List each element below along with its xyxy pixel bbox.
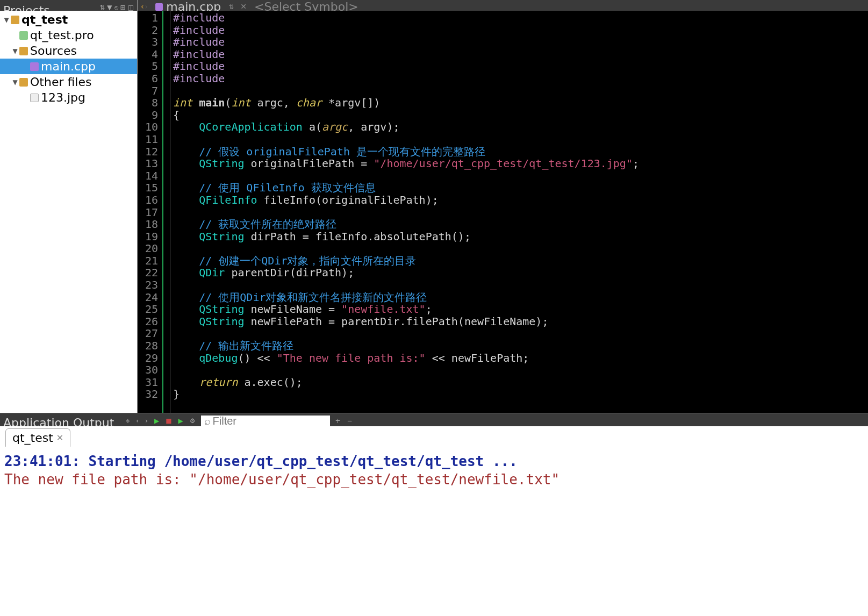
other-files-label: Other files: [30, 75, 91, 89]
nav-forward-icon[interactable]: ›: [145, 2, 148, 11]
chevron-down-icon[interactable]: ▼: [2, 16, 11, 24]
tree-other-folder[interactable]: ▼ Other files: [0, 74, 137, 90]
settings-icon[interactable]: ⚙: [189, 417, 197, 425]
cpp-file-icon: [155, 3, 163, 11]
chevron-down-icon[interactable]: ▼: [11, 47, 19, 55]
tab-dropdown-icon[interactable]: ⇅: [225, 3, 237, 11]
run-icon[interactable]: ▶: [153, 417, 160, 425]
chevron-down-icon[interactable]: ▼: [11, 78, 19, 86]
output-start-line: 23:41:01: Starting /home/user/qt_cpp_tes…: [4, 453, 518, 469]
projects-header: Projects ⇅ ▼ ⎋ ⊞ ◫: [0, 0, 137, 11]
code-editor[interactable]: 1234567891011121314151617181920212223242…: [138, 11, 868, 413]
folder-icon: [19, 47, 28, 55]
nav-back-icon[interactable]: ‹: [141, 2, 144, 11]
projects-sidebar: Projects ⇅ ▼ ⎋ ⊞ ◫ ▼ qt_test qt_test.pro…: [0, 0, 138, 413]
code-content[interactable]: #include #include #include #include #inc…: [171, 11, 868, 413]
pro-file-label: qt_test.pro: [30, 28, 94, 42]
project-icon: [11, 16, 19, 24]
folder-icon: [19, 78, 28, 87]
output-tab-label: qt_test: [12, 431, 53, 445]
search-icon: ⌕: [204, 414, 211, 426]
close-icon[interactable]: ✕: [56, 433, 63, 443]
tree-main-cpp[interactable]: main.cpp: [0, 59, 137, 74]
filter-input[interactable]: [213, 415, 327, 427]
main-cpp-label: main.cpp: [41, 60, 96, 73]
cpp-file-icon: [30, 62, 39, 71]
add-icon[interactable]: ⊞: [120, 4, 126, 11]
tab-close-icon[interactable]: ✕: [237, 2, 250, 11]
projects-title: Projects: [3, 8, 50, 11]
link-icon[interactable]: ⎋: [114, 4, 118, 11]
symbol-selector[interactable]: <Select Symbol>: [250, 0, 868, 11]
tab-file-label: main.cpp: [166, 0, 221, 11]
fold-column[interactable]: [163, 11, 171, 413]
jpg-file-label: 123.jpg: [41, 91, 85, 104]
output-title: Application Output: [3, 416, 114, 426]
image-file-icon: [30, 94, 39, 102]
collapse-icon[interactable]: ◫: [128, 4, 134, 11]
output-header: Application Output ⎆ ‹ › ▶ ■ ▶ ⚙ ⌕ + −: [0, 413, 868, 426]
tree-pro-file[interactable]: qt_test.pro: [0, 27, 137, 43]
tree-sources-folder[interactable]: ▼ Sources: [0, 43, 137, 59]
editor-area: ‹ › main.cpp ⇅ ✕ <Select Symbol> 1234567…: [138, 0, 868, 413]
sort-icon[interactable]: ⇅: [99, 4, 105, 11]
symbol-placeholder: <Select Symbol>: [254, 0, 358, 11]
prev-icon[interactable]: ‹: [135, 417, 140, 425]
tree-project-root[interactable]: ▼ qt_test: [0, 12, 137, 27]
project-tree[interactable]: ▼ qt_test qt_test.pro ▼ Sources main.cpp…: [0, 11, 137, 413]
rerun-icon[interactable]: ▶: [177, 417, 184, 425]
editor-toolbar: ‹ › main.cpp ⇅ ✕ <Select Symbol>: [138, 0, 868, 11]
stop-icon[interactable]: ■: [164, 417, 173, 425]
output-panel: Application Output ⎆ ‹ › ▶ ■ ▶ ⚙ ⌕ + − q…: [0, 413, 868, 616]
output-tab-qt-test[interactable]: qt_test ✕: [5, 428, 70, 447]
line-number-gutter: 1234567891011121314151617181920212223242…: [138, 11, 163, 413]
attach-icon[interactable]: ⎆: [125, 417, 131, 425]
remove-output-icon[interactable]: −: [346, 417, 354, 425]
output-result-line: The new file path is: "/home/user/qt_cpp…: [4, 471, 559, 488]
output-tabs: qt_test ✕: [0, 426, 868, 447]
filter-input-wrapper[interactable]: ⌕: [201, 416, 330, 426]
add-output-icon[interactable]: +: [334, 417, 342, 425]
project-name: qt_test: [21, 13, 68, 26]
filter-icon[interactable]: ▼: [107, 4, 112, 11]
editor-tab-main[interactable]: main.cpp: [151, 0, 225, 11]
sources-label: Sources: [30, 44, 77, 58]
next-icon[interactable]: ›: [144, 417, 149, 425]
tree-123-jpg[interactable]: 123.jpg: [0, 90, 137, 105]
output-body[interactable]: 23:41:01: Starting /home/user/qt_cpp_tes…: [0, 447, 868, 616]
pro-file-icon: [19, 31, 28, 40]
